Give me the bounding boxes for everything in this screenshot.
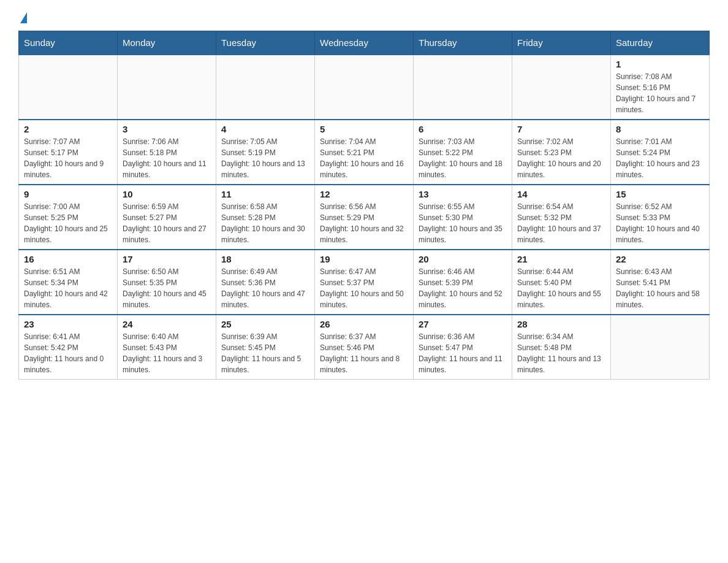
page-header bbox=[18, 12, 710, 25]
calendar-cell: 13Sunrise: 6:55 AMSunset: 5:30 PMDayligh… bbox=[414, 185, 512, 250]
day-header-monday: Monday bbox=[118, 31, 216, 55]
day-info: Sunrise: 7:03 AMSunset: 5:22 PMDaylight:… bbox=[419, 136, 507, 180]
calendar-cell bbox=[611, 315, 710, 380]
day-number: 12 bbox=[320, 189, 408, 199]
day-number: 9 bbox=[24, 189, 112, 199]
day-number: 23 bbox=[24, 319, 112, 329]
day-info: Sunrise: 6:41 AMSunset: 5:42 PMDaylight:… bbox=[24, 331, 112, 375]
day-number: 24 bbox=[123, 319, 211, 329]
day-number: 8 bbox=[616, 124, 704, 134]
day-info: Sunrise: 7:01 AMSunset: 5:24 PMDaylight:… bbox=[616, 136, 704, 180]
calendar-cell: 24Sunrise: 6:40 AMSunset: 5:43 PMDayligh… bbox=[118, 315, 216, 380]
day-info: Sunrise: 7:06 AMSunset: 5:18 PMDaylight:… bbox=[123, 136, 211, 180]
day-info: Sunrise: 6:34 AMSunset: 5:48 PMDaylight:… bbox=[517, 331, 605, 375]
day-number: 1 bbox=[616, 59, 704, 69]
calendar-cell bbox=[19, 55, 118, 120]
calendar-cell: 25Sunrise: 6:39 AMSunset: 5:45 PMDayligh… bbox=[216, 315, 315, 380]
calendar-cell: 3Sunrise: 7:06 AMSunset: 5:18 PMDaylight… bbox=[118, 120, 216, 185]
day-number: 26 bbox=[320, 319, 408, 329]
day-number: 7 bbox=[517, 124, 605, 134]
day-info: Sunrise: 7:04 AMSunset: 5:21 PMDaylight:… bbox=[320, 136, 408, 180]
calendar-cell: 23Sunrise: 6:41 AMSunset: 5:42 PMDayligh… bbox=[19, 315, 118, 380]
day-number: 27 bbox=[419, 319, 507, 329]
day-header-sunday: Sunday bbox=[19, 31, 118, 55]
day-number: 20 bbox=[419, 254, 507, 264]
day-number: 14 bbox=[517, 189, 605, 199]
day-header-wednesday: Wednesday bbox=[315, 31, 414, 55]
day-info: Sunrise: 7:08 AMSunset: 5:16 PMDaylight:… bbox=[616, 71, 704, 115]
calendar-cell: 15Sunrise: 6:52 AMSunset: 5:33 PMDayligh… bbox=[611, 185, 710, 250]
calendar-cell: 22Sunrise: 6:43 AMSunset: 5:41 PMDayligh… bbox=[611, 250, 710, 315]
day-header-friday: Friday bbox=[512, 31, 611, 55]
calendar-cell: 20Sunrise: 6:46 AMSunset: 5:39 PMDayligh… bbox=[414, 250, 512, 315]
day-info: Sunrise: 6:49 AMSunset: 5:36 PMDaylight:… bbox=[221, 266, 309, 310]
day-info: Sunrise: 7:07 AMSunset: 5:17 PMDaylight:… bbox=[24, 136, 112, 180]
calendar-cell: 16Sunrise: 6:51 AMSunset: 5:34 PMDayligh… bbox=[19, 250, 118, 315]
logo bbox=[18, 12, 27, 25]
day-info: Sunrise: 6:36 AMSunset: 5:47 PMDaylight:… bbox=[419, 331, 507, 375]
day-number: 18 bbox=[221, 254, 309, 264]
day-number: 5 bbox=[320, 124, 408, 134]
week-row-1: 1Sunrise: 7:08 AMSunset: 5:16 PMDaylight… bbox=[19, 55, 710, 120]
calendar-cell: 28Sunrise: 6:34 AMSunset: 5:48 PMDayligh… bbox=[512, 315, 611, 380]
day-info: Sunrise: 6:46 AMSunset: 5:39 PMDaylight:… bbox=[419, 266, 507, 310]
week-row-2: 2Sunrise: 7:07 AMSunset: 5:17 PMDaylight… bbox=[19, 120, 710, 185]
calendar-cell bbox=[118, 55, 216, 120]
calendar-cell: 21Sunrise: 6:44 AMSunset: 5:40 PMDayligh… bbox=[512, 250, 611, 315]
day-info: Sunrise: 6:52 AMSunset: 5:33 PMDaylight:… bbox=[616, 201, 704, 245]
calendar-cell: 1Sunrise: 7:08 AMSunset: 5:16 PMDaylight… bbox=[611, 55, 710, 120]
day-info: Sunrise: 6:44 AMSunset: 5:40 PMDaylight:… bbox=[517, 266, 605, 310]
calendar-cell: 17Sunrise: 6:50 AMSunset: 5:35 PMDayligh… bbox=[118, 250, 216, 315]
calendar-cell: 12Sunrise: 6:56 AMSunset: 5:29 PMDayligh… bbox=[315, 185, 414, 250]
week-row-3: 9Sunrise: 7:00 AMSunset: 5:25 PMDaylight… bbox=[19, 185, 710, 250]
day-info: Sunrise: 7:05 AMSunset: 5:19 PMDaylight:… bbox=[221, 136, 309, 180]
day-info: Sunrise: 6:51 AMSunset: 5:34 PMDaylight:… bbox=[24, 266, 112, 310]
calendar-cell: 5Sunrise: 7:04 AMSunset: 5:21 PMDaylight… bbox=[315, 120, 414, 185]
calendar-cell: 4Sunrise: 7:05 AMSunset: 5:19 PMDaylight… bbox=[216, 120, 315, 185]
day-info: Sunrise: 6:50 AMSunset: 5:35 PMDaylight:… bbox=[123, 266, 211, 310]
calendar-cell: 10Sunrise: 6:59 AMSunset: 5:27 PMDayligh… bbox=[118, 185, 216, 250]
day-number: 2 bbox=[24, 124, 112, 134]
day-header-thursday: Thursday bbox=[414, 31, 512, 55]
calendar-cell: 6Sunrise: 7:03 AMSunset: 5:22 PMDaylight… bbox=[414, 120, 512, 185]
calendar-cell: 2Sunrise: 7:07 AMSunset: 5:17 PMDaylight… bbox=[19, 120, 118, 185]
week-row-5: 23Sunrise: 6:41 AMSunset: 5:42 PMDayligh… bbox=[19, 315, 710, 380]
day-info: Sunrise: 6:58 AMSunset: 5:28 PMDaylight:… bbox=[221, 201, 309, 245]
day-number: 15 bbox=[616, 189, 704, 199]
logo-triangle-icon bbox=[20, 12, 27, 23]
day-number: 28 bbox=[517, 319, 605, 329]
day-number: 11 bbox=[221, 189, 309, 199]
day-info: Sunrise: 6:55 AMSunset: 5:30 PMDaylight:… bbox=[419, 201, 507, 245]
day-info: Sunrise: 7:02 AMSunset: 5:23 PMDaylight:… bbox=[517, 136, 605, 180]
day-header-tuesday: Tuesday bbox=[216, 31, 315, 55]
calendar-cell: 26Sunrise: 6:37 AMSunset: 5:46 PMDayligh… bbox=[315, 315, 414, 380]
calendar-cell: 7Sunrise: 7:02 AMSunset: 5:23 PMDaylight… bbox=[512, 120, 611, 185]
day-info: Sunrise: 6:59 AMSunset: 5:27 PMDaylight:… bbox=[123, 201, 211, 245]
calendar-cell bbox=[315, 55, 414, 120]
day-number: 25 bbox=[221, 319, 309, 329]
day-info: Sunrise: 6:37 AMSunset: 5:46 PMDaylight:… bbox=[320, 331, 408, 375]
day-number: 13 bbox=[419, 189, 507, 199]
day-info: Sunrise: 6:39 AMSunset: 5:45 PMDaylight:… bbox=[221, 331, 309, 375]
week-row-4: 16Sunrise: 6:51 AMSunset: 5:34 PMDayligh… bbox=[19, 250, 710, 315]
day-number: 22 bbox=[616, 254, 704, 264]
calendar-cell: 18Sunrise: 6:49 AMSunset: 5:36 PMDayligh… bbox=[216, 250, 315, 315]
day-number: 16 bbox=[24, 254, 112, 264]
day-number: 3 bbox=[123, 124, 211, 134]
day-number: 17 bbox=[123, 254, 211, 264]
day-info: Sunrise: 6:40 AMSunset: 5:43 PMDaylight:… bbox=[123, 331, 211, 375]
calendar-cell bbox=[512, 55, 611, 120]
calendar-header-row: SundayMondayTuesdayWednesdayThursdayFrid… bbox=[19, 31, 710, 55]
calendar-table: SundayMondayTuesdayWednesdayThursdayFrid… bbox=[18, 31, 710, 380]
calendar-cell: 14Sunrise: 6:54 AMSunset: 5:32 PMDayligh… bbox=[512, 185, 611, 250]
day-info: Sunrise: 6:54 AMSunset: 5:32 PMDaylight:… bbox=[517, 201, 605, 245]
day-number: 21 bbox=[517, 254, 605, 264]
day-number: 19 bbox=[320, 254, 408, 264]
day-number: 10 bbox=[123, 189, 211, 199]
calendar-cell: 19Sunrise: 6:47 AMSunset: 5:37 PMDayligh… bbox=[315, 250, 414, 315]
calendar-cell bbox=[414, 55, 512, 120]
day-info: Sunrise: 6:43 AMSunset: 5:41 PMDaylight:… bbox=[616, 266, 704, 310]
calendar-cell bbox=[216, 55, 315, 120]
day-info: Sunrise: 7:00 AMSunset: 5:25 PMDaylight:… bbox=[24, 201, 112, 245]
day-number: 6 bbox=[419, 124, 507, 134]
